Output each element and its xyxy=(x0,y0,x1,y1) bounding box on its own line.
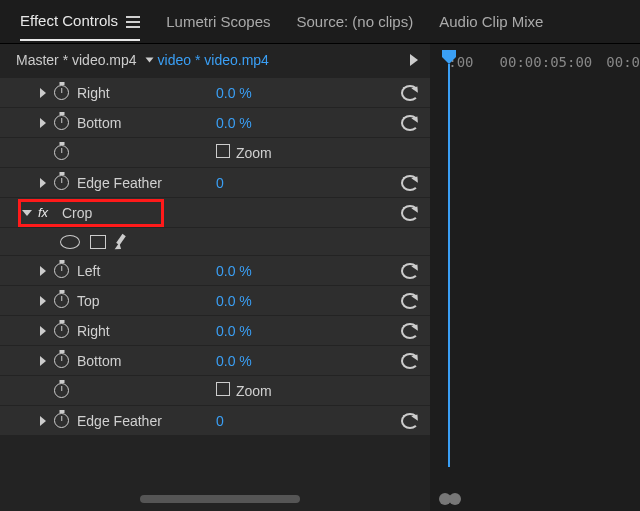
checkbox-icon[interactable] xyxy=(216,382,230,396)
prop-label: Right xyxy=(77,85,110,101)
playhead-line[interactable] xyxy=(448,64,450,467)
reset-icon[interactable] xyxy=(401,353,419,369)
tab-source[interactable]: Source: (no clips) xyxy=(297,13,414,40)
timeline-panel: :00 00:00:05:00 00:0 xyxy=(430,44,640,511)
rect-mask-icon[interactable] xyxy=(90,235,106,249)
effect-controls-panel: Master * video.mp4 video * video.mp4 Rig… xyxy=(0,44,430,511)
prop-label: Right xyxy=(77,323,110,339)
prop-value[interactable]: 0.0 % xyxy=(216,353,390,369)
prop-bottom: Bottom 0.0 % xyxy=(0,108,430,138)
expand-icon[interactable] xyxy=(40,178,46,188)
prop-value[interactable]: 0.0 % xyxy=(216,115,390,131)
checkbox-icon[interactable] xyxy=(216,144,230,158)
effect-crop-header[interactable]: fx Crop xyxy=(0,198,430,228)
reset-icon[interactable] xyxy=(401,263,419,279)
prop-label: Bottom xyxy=(77,353,121,369)
prop-label: Edge Feather xyxy=(77,413,162,429)
play-icon[interactable] xyxy=(410,54,418,66)
expand-icon[interactable] xyxy=(40,88,46,98)
tc-2: 00:0 xyxy=(606,54,640,70)
prop-label: Left xyxy=(77,263,100,279)
stopwatch-icon[interactable] xyxy=(54,413,69,428)
timeline-zoom-scrollbar[interactable] xyxy=(442,495,458,503)
reset-icon[interactable] xyxy=(401,175,419,191)
expand-icon[interactable] xyxy=(40,416,46,426)
tc-1: 00:00:05:00 xyxy=(500,54,593,70)
zoom-checkbox-wrap[interactable]: Zoom xyxy=(216,382,390,399)
ellipse-mask-icon[interactable] xyxy=(60,235,80,249)
sequence-clip-link[interactable]: video * video.mp4 xyxy=(158,52,269,68)
stopwatch-icon[interactable] xyxy=(54,383,69,398)
expand-icon[interactable] xyxy=(40,356,46,366)
stopwatch-icon[interactable] xyxy=(54,115,69,130)
expand-icon[interactable] xyxy=(40,118,46,128)
crop-zoom: Zoom xyxy=(0,376,430,406)
expand-icon[interactable] xyxy=(40,326,46,336)
prop-value[interactable]: 0 xyxy=(216,175,390,191)
reset-icon[interactable] xyxy=(401,413,419,429)
stopwatch-icon[interactable] xyxy=(54,263,69,278)
tab-label: Effect Controls xyxy=(20,12,118,29)
stopwatch-icon[interactable] xyxy=(54,353,69,368)
chevron-down-icon[interactable] xyxy=(145,58,153,63)
prop-label: Top xyxy=(77,293,100,309)
crop-top: Top 0.0 % xyxy=(0,286,430,316)
stopwatch-icon[interactable] xyxy=(54,145,69,160)
expand-icon[interactable] xyxy=(40,296,46,306)
timecode-ruler[interactable]: :00 00:00:05:00 00:0 xyxy=(430,44,640,70)
fx-icon: fx xyxy=(38,205,54,220)
mask-tools-row xyxy=(0,228,430,256)
prop-value[interactable]: 0.0 % xyxy=(216,293,390,309)
panel-footer xyxy=(0,471,430,511)
prop-label: Edge Feather xyxy=(77,175,162,191)
clip-path-row: Master * video.mp4 video * video.mp4 xyxy=(0,44,430,76)
stopwatch-icon[interactable] xyxy=(54,293,69,308)
crop-bottom: Bottom 0.0 % xyxy=(0,346,430,376)
reset-icon[interactable] xyxy=(401,293,419,309)
prop-right: Right 0.0 % xyxy=(0,78,430,108)
playhead-icon[interactable] xyxy=(442,50,456,64)
crop-left: Left 0.0 % xyxy=(0,256,430,286)
reset-icon[interactable] xyxy=(401,85,419,101)
hamburger-icon[interactable] xyxy=(126,16,140,28)
reset-icon[interactable] xyxy=(401,323,419,339)
prop-value[interactable]: 0.0 % xyxy=(216,323,390,339)
stopwatch-icon[interactable] xyxy=(54,175,69,190)
prop-label: Zoom xyxy=(236,145,272,161)
property-rows: Right 0.0 % Bottom 0.0 % Zoom xyxy=(0,76,430,436)
prop-edge-feather: Edge Feather 0 xyxy=(0,168,430,198)
stopwatch-icon[interactable] xyxy=(54,323,69,338)
prop-value[interactable]: 0 xyxy=(216,413,390,429)
expand-icon[interactable] xyxy=(22,210,32,216)
prop-value[interactable]: 0.0 % xyxy=(216,263,390,279)
reset-icon[interactable] xyxy=(401,205,419,221)
prop-zoom: Zoom xyxy=(0,138,430,168)
panel-tabs: Effect Controls Lumetri Scopes Source: (… xyxy=(0,0,640,44)
tab-audio-mixer[interactable]: Audio Clip Mixe xyxy=(439,13,543,40)
pen-mask-icon[interactable] xyxy=(116,234,130,250)
reset-icon[interactable] xyxy=(401,115,419,131)
tab-lumetri-scopes[interactable]: Lumetri Scopes xyxy=(166,13,270,40)
h-scrollbar[interactable] xyxy=(140,495,300,503)
crop-right: Right 0.0 % xyxy=(0,316,430,346)
prop-label: Zoom xyxy=(236,383,272,399)
prop-value[interactable]: 0.0 % xyxy=(216,85,390,101)
tab-effect-controls[interactable]: Effect Controls xyxy=(20,12,140,41)
master-clip-label: Master * video.mp4 xyxy=(16,52,137,68)
effect-label: Crop xyxy=(62,205,92,221)
zoom-checkbox-wrap[interactable]: Zoom xyxy=(216,144,390,161)
stopwatch-icon[interactable] xyxy=(54,85,69,100)
expand-icon[interactable] xyxy=(40,266,46,276)
crop-edge-feather: Edge Feather 0 xyxy=(0,406,430,436)
prop-label: Bottom xyxy=(77,115,121,131)
